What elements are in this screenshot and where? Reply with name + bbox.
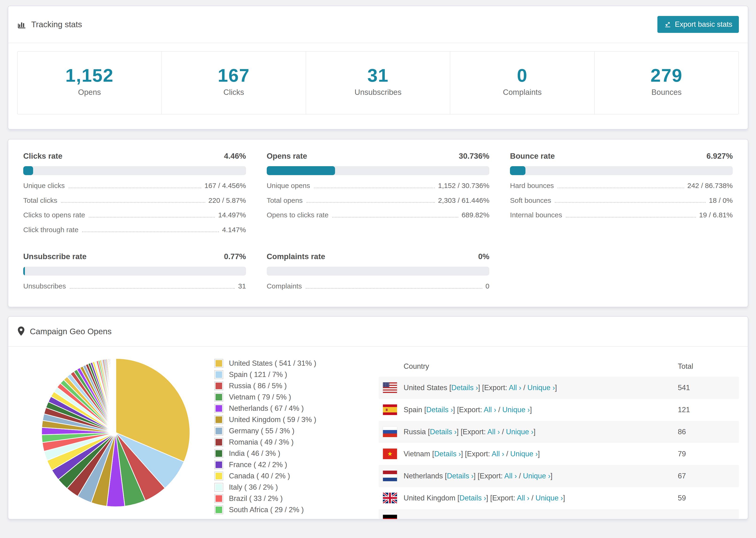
export-all-link[interactable]: All › [504,472,517,480]
details-link[interactable]: Details › [430,428,457,436]
export-unique-link[interactable]: Unique › [527,384,555,392]
rate-detail-row: Internal bounces 19 / 6.81% [510,211,733,219]
summary-stat-cell: 167 Clicks [162,52,306,114]
rate-value: 30.736% [459,152,489,161]
legend-item: Canada ( 40 / 2% ) [214,471,379,480]
stat-label: Unsubscribes [306,88,450,97]
export-unique-link[interactable]: Unique › [536,494,563,502]
rate-row-label: Total opens [267,196,303,205]
rate-row-value: 242 / 86.738% [687,182,733,190]
legend-label: Spain ( 121 / 7% ) [229,370,287,379]
table-row: ★ Vietnam [Details ›] [Export: All › / U… [379,443,739,465]
rate-progress-fill [510,166,525,175]
stat-value: 0 [450,66,594,84]
rate-row-label: Soft bounces [510,196,551,205]
bracket: ] [478,384,482,392]
export-prefix: [Export: [482,384,509,392]
rate-progress-bar [23,166,246,175]
table-row: Russia [Details ›] [Export: All › / Uniq… [379,421,739,443]
rate-progress-bar [267,267,490,276]
rate-row-value: 18 / 0% [709,196,733,205]
legend-swatch [214,415,223,424]
export-unique-link[interactable]: Unique › [502,405,530,414]
details-link[interactable]: Details › [426,405,453,414]
bracket: ] [461,450,465,458]
table-row: Spain [Details ›] [Export: All › / Uniqu… [379,399,739,421]
export-all-link[interactable]: All › [487,428,500,436]
rate-row-value: 220 / 5.87% [208,196,246,205]
export-icon [664,21,672,28]
legend-swatch [214,449,223,458]
table-row: Netherlands [Details ›] [Export: All › /… [379,465,739,487]
rate-row-label: Complaints [267,282,302,290]
table-header-country: Country [404,362,678,371]
legend-swatch [214,426,223,435]
legend-swatch [214,393,223,402]
legend-label: Germany ( 55 / 3% ) [229,427,295,435]
table-row: United States [Details ›] [Export: All ›… [379,377,739,399]
legend-swatch [214,460,223,469]
page-title: Tracking stats [31,20,82,29]
country-name: United States [404,384,447,392]
country-flag-icon [383,404,397,415]
rate-block: Complaints rate 0% Complaints 0 [267,252,490,290]
legend-swatch [214,483,223,492]
rate-row-label: Hard bounces [510,182,554,190]
rate-title: Unsubscribe rate [23,252,87,261]
dotted-leader [558,188,684,188]
rate-value: 4.46% [224,152,246,161]
legend-label: Vietnam ( 79 / 5% ) [229,393,291,402]
separator: / [498,405,502,414]
legend-item: India ( 46 / 3% ) [214,449,379,458]
rate-progress-bar [267,166,490,175]
rate-value: 0% [478,252,490,261]
bracket: ] [530,405,532,414]
legend-label: South Africa ( 29 / 2% ) [229,506,304,514]
country-name: Spain [404,405,422,414]
legend-swatch [214,359,223,368]
legend-item: Italy ( 36 / 2% ) [214,483,379,492]
geo-legend: United States ( 541 / 31% ) Spain ( 121 … [214,359,379,517]
rate-row-value: 2,303 / 61.446% [438,196,490,205]
export-unique-link[interactable]: Unique › [510,450,538,458]
rate-title: Opens rate [267,152,307,161]
legend-swatch [214,494,223,503]
country-name: United Kingdom [404,494,456,502]
dotted-leader [89,217,215,218]
rates-grid: Clicks rate 4.46% Unique clicks 167 / 4.… [23,152,733,290]
export-button-label: Export basic stats [675,20,732,28]
export-prefix: [Export: [477,472,504,480]
rate-row-label: Clicks to opens rate [23,211,85,219]
rate-row-value: 1,152 / 30.736% [438,182,490,190]
svg-text:★: ★ [387,450,393,457]
export-all-link[interactable]: All › [492,450,504,458]
bracket: ] [486,494,490,502]
export-all-link[interactable]: All › [517,494,529,502]
details-link[interactable]: Details › [451,384,478,392]
legend-label: Italy ( 36 / 2% ) [229,483,278,492]
export-unique-link[interactable]: Unique › [523,472,550,480]
country-flag-icon: ★ [383,449,397,459]
legend-item: France ( 42 / 2% ) [214,460,379,469]
details-link[interactable]: Details › [459,494,486,502]
rate-row-label: Opens to clicks rate [267,211,328,219]
rate-detail-row: Complaints 0 [267,282,490,290]
bracket: [ [428,428,430,436]
rate-detail-row: Hard bounces 242 / 86.738% [510,182,733,190]
rate-detail-row: Clicks to opens rate 14.497% [23,211,246,219]
legend-label: Canada ( 40 / 2% ) [229,472,290,480]
legend-item: Russia ( 86 / 5% ) [214,381,379,390]
details-link[interactable]: Details › [434,450,461,458]
bracket: ] [555,384,557,392]
dotted-leader [69,188,201,188]
rate-block: Opens rate 30.736% Unique opens 1,152 / … [267,152,490,234]
country-total: 79 [678,450,739,458]
rate-row-value: 167 / 4.456% [204,182,246,190]
export-basic-stats-button[interactable]: Export basic stats [657,16,739,33]
country-flag-icon [383,426,397,437]
legend-label: Netherlands ( 67 / 4% ) [229,404,304,413]
export-all-link[interactable]: All › [484,405,496,414]
details-link[interactable]: Details › [447,472,473,480]
export-unique-link[interactable]: Unique › [506,428,533,436]
export-all-link[interactable]: All › [509,384,521,392]
